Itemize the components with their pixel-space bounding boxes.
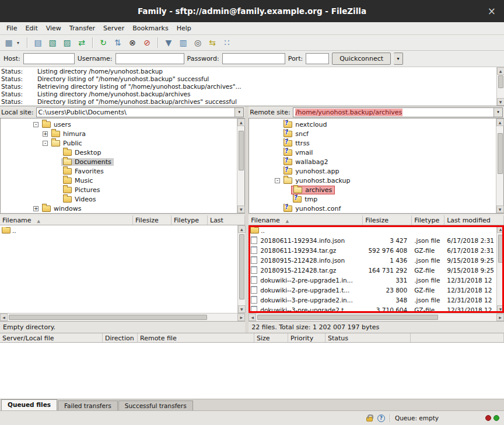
scroll-down-icon[interactable]: ▼ (497, 305, 504, 313)
column-header-filesize[interactable]: Filesize (133, 215, 172, 225)
local-site-path[interactable]: C:\users\Public\Documents\ (37, 109, 235, 116)
tab-successful-transfers[interactable]: Successful transfers (118, 400, 193, 410)
file-row-parent-dir[interactable]: .. (0, 225, 237, 235)
column-header-filename[interactable]: Filename▲ (249, 215, 363, 225)
titlebar[interactable]: Family - sftp://admin@family.example.org… (0, 0, 504, 22)
remote-horizontal-scrollbar[interactable]: ◀ ▶ (249, 313, 504, 321)
scrollbar-thumb[interactable] (239, 234, 244, 299)
local-list-vertical-scrollbar[interactable]: ▲ ▼ (237, 225, 245, 313)
column-header-filetype[interactable]: Filetype (412, 215, 444, 225)
lock-icon[interactable] (366, 417, 373, 421)
scroll-down-icon[interactable]: ▼ (497, 98, 504, 106)
tree-item-yunohost-conf[interactable]: yunohost.conf (249, 204, 496, 213)
compare-icon[interactable]: ⇅ (111, 37, 124, 49)
remote-site-combo[interactable]: /home/yunohost.backup/archives ▾ (293, 107, 503, 117)
help-icon[interactable]: ? (377, 414, 385, 422)
expander-icon[interactable]: - (33, 122, 38, 127)
column-header-size[interactable]: Size (254, 333, 288, 342)
tree-item-nextcloud[interactable]: nextcloud (249, 120, 496, 129)
tree-item-public[interactable]: - Public (1, 138, 237, 148)
scroll-right-icon[interactable]: ▶ (496, 313, 504, 321)
file-row[interactable]: dokuwiki--3-pre-upgrade2.in... 348 .json… (249, 295, 496, 305)
filter-icon[interactable]: ▼ (162, 37, 175, 49)
close-icon[interactable]: × (488, 6, 496, 16)
tree-item-desktop[interactable]: Desktop (1, 148, 237, 157)
tree-item-yunohost-backup[interactable]: - yunohost.backup (249, 176, 496, 185)
tab-failed-transfers[interactable]: Failed transfers (58, 400, 118, 410)
file-row[interactable]: 20180915-212428.tar.gz 164 731 292 GZ-fi… (249, 265, 496, 275)
remote-tree-icon[interactable]: ▨ (61, 37, 74, 49)
scroll-left-icon[interactable]: ◀ (0, 313, 8, 321)
column-header-status[interactable]: Status (326, 333, 411, 342)
message-log-icon[interactable]: ▤ (32, 37, 44, 49)
file-row[interactable]: 20180915-212428.info.json 1 436 .json fi… (249, 255, 496, 265)
remote-tree-vertical-scrollbar[interactable]: ▲ ▼ (496, 119, 503, 213)
host-input[interactable] (23, 53, 75, 64)
file-row[interactable]: 20180611-192934.tar.gz 592 976 408 GZ-fi… (249, 245, 496, 255)
process-queue-icon[interactable]: ∷ (220, 37, 233, 49)
file-row[interactable]: dokuwiki--2-pre-upgrade1.in... 331 .json… (249, 275, 496, 285)
local-site-combo[interactable]: C:\users\Public\Documents\ ▾ (36, 107, 244, 117)
tree-item-favorites[interactable]: Favorites (1, 166, 237, 176)
tree-item-himura[interactable]: + himura (1, 129, 237, 138)
expander-icon[interactable]: + (33, 206, 38, 211)
column-header-last-modified[interactable]: Last (208, 215, 245, 225)
find-files-icon[interactable]: ◎ (191, 37, 204, 49)
file-row[interactable]: dokuwiki--2-pre-upgrade1.t... 23 800 GZ-… (249, 285, 496, 295)
remote-list-vertical-scrollbar[interactable]: ▲ ▼ (496, 225, 504, 313)
scroll-up-icon[interactable]: ▲ (497, 225, 504, 233)
tree-item-archives[interactable]: archives (249, 185, 496, 194)
scroll-down-icon[interactable]: ▼ (496, 205, 504, 213)
tree-item-videos[interactable]: Videos (1, 194, 237, 204)
tree-item-users[interactable]: - users (1, 120, 237, 129)
tree-item-tmp[interactable]: tmp (249, 194, 496, 204)
dropdown-icon[interactable]: ▾ (235, 108, 243, 117)
scrollbar-thumb[interactable] (498, 235, 503, 263)
column-header-priority[interactable]: Priority (288, 333, 326, 342)
tree-item-ttrss[interactable]: ttrss (249, 138, 496, 148)
refresh-icon[interactable]: ↻ (97, 37, 110, 49)
scrollbar-thumb[interactable] (257, 315, 438, 320)
tree-item-sncf[interactable]: sncf (249, 129, 496, 138)
scrollbar-thumb[interactable] (498, 133, 503, 174)
scroll-up-icon[interactable]: ▲ (497, 67, 504, 75)
column-header-last-modified[interactable]: Last modified (444, 215, 504, 225)
quickconnect-dropdown-icon[interactable]: ▾ (394, 53, 403, 65)
dropdown-icon[interactable]: ▾ (494, 108, 502, 117)
tree-item-wallabag2[interactable]: wallabag2 (249, 157, 496, 166)
log-vertical-scrollbar[interactable]: ▲ ▼ (496, 67, 504, 106)
file-row[interactable]: dokuwiki--3-pre-upgrade2.t... 3 710 604 … (249, 305, 496, 313)
menu-server[interactable]: Server (99, 23, 128, 33)
tree-item-vmail[interactable]: vmail (249, 148, 496, 157)
expander-icon[interactable]: + (43, 131, 48, 137)
column-header-filesize[interactable]: Filesize (363, 215, 412, 225)
column-header-filename[interactable]: Filename▲ (0, 215, 133, 225)
site-manager-dropdown-icon[interactable]: ▾ (17, 40, 23, 46)
tree-item-documents[interactable]: Documents (1, 157, 237, 166)
menu-transfer[interactable]: Transfer (65, 23, 99, 33)
column-header-direction[interactable]: Direction (103, 333, 138, 342)
transfer-queue-icon[interactable]: ⇄ (75, 37, 88, 49)
scroll-down-icon[interactable]: ▼ (237, 205, 245, 213)
password-input[interactable] (222, 53, 285, 64)
expander-icon[interactable]: - (275, 178, 280, 183)
file-row[interactable]: 20180611-192934.info.json 3 427 .json fi… (249, 235, 496, 245)
tree-item-yunohost-app[interactable]: yunohost.app (249, 166, 496, 176)
menu-view[interactable]: View (42, 23, 65, 33)
cancel-icon[interactable]: ⊗ (126, 37, 139, 49)
remote-site-path[interactable]: /home/yunohost.backup/archives (295, 109, 403, 116)
scroll-left-icon[interactable]: ◀ (249, 313, 256, 321)
port-input[interactable] (306, 53, 329, 64)
file-row-parent-dir[interactable]: .. (249, 225, 496, 235)
tree-item-pictures[interactable]: Pictures (1, 185, 237, 194)
column-header-remote-file[interactable]: Remote file (138, 333, 254, 342)
menu-file[interactable]: File (2, 23, 21, 33)
site-manager-icon[interactable]: ▦ (2, 37, 15, 49)
tree-item-music[interactable]: Music (1, 176, 237, 185)
menu-edit[interactable]: Edit (21, 23, 41, 33)
scroll-down-icon[interactable]: ▼ (238, 305, 246, 313)
directory-comparison-icon[interactable]: ▥ (177, 37, 190, 49)
local-tree-vertical-scrollbar[interactable]: ▲ ▼ (237, 119, 244, 213)
scroll-up-icon[interactable]: ▲ (237, 119, 245, 126)
local-horizontal-scrollbar[interactable]: ◀ ▶ (0, 313, 245, 321)
